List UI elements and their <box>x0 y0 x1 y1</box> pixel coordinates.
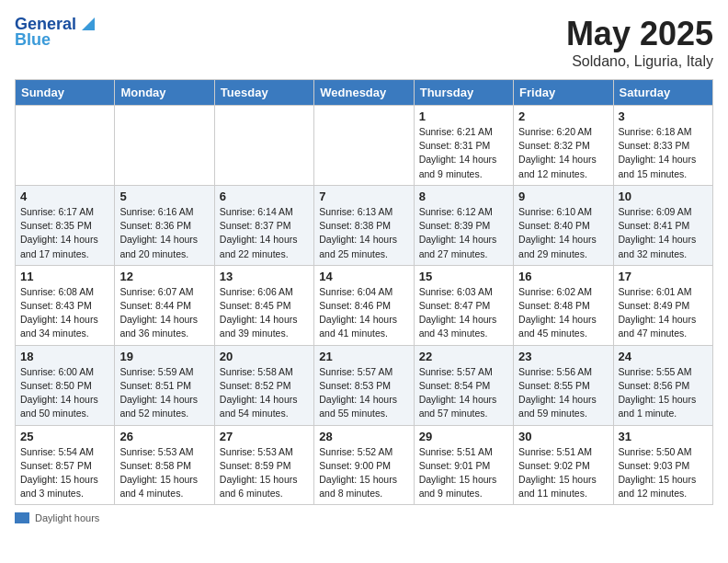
day-info: Sunrise: 5:50 AM Sunset: 9:03 PM Dayligh… <box>619 445 708 501</box>
calendar-cell: 11Sunrise: 6:08 AM Sunset: 8:43 PM Dayli… <box>16 265 115 345</box>
day-number: 22 <box>419 350 508 363</box>
day-info: Sunrise: 5:53 AM Sunset: 8:58 PM Dayligh… <box>119 445 209 501</box>
daylight-legend-label: Daylight hours <box>35 512 99 523</box>
calendar-cell: 16Sunrise: 6:02 AM Sunset: 8:48 PM Dayli… <box>514 265 613 345</box>
calendar-cell: 20Sunrise: 5:58 AM Sunset: 8:52 PM Dayli… <box>214 345 313 425</box>
day-number: 25 <box>20 430 109 443</box>
day-number: 14 <box>319 270 408 283</box>
calendar-cell: 1Sunrise: 6:21 AM Sunset: 8:31 PM Daylig… <box>414 106 513 186</box>
calendar-cell <box>16 106 115 186</box>
day-number: 27 <box>220 430 309 443</box>
day-info: Sunrise: 6:18 AM Sunset: 8:33 PM Dayligh… <box>619 125 708 181</box>
calendar-cell: 21Sunrise: 5:57 AM Sunset: 8:53 PM Dayli… <box>314 345 414 425</box>
calendar-cell: 25Sunrise: 5:54 AM Sunset: 8:57 PM Dayli… <box>16 425 115 505</box>
day-info: Sunrise: 6:06 AM Sunset: 8:45 PM Dayligh… <box>220 285 309 341</box>
day-info: Sunrise: 6:10 AM Sunset: 8:40 PM Dayligh… <box>518 205 608 261</box>
day-info: Sunrise: 6:04 AM Sunset: 8:46 PM Dayligh… <box>319 285 408 341</box>
day-info: Sunrise: 6:17 AM Sunset: 8:35 PM Dayligh… <box>20 205 109 261</box>
calendar-cell: 23Sunrise: 5:56 AM Sunset: 8:55 PM Dayli… <box>514 345 613 425</box>
day-number: 26 <box>119 430 209 443</box>
daylight-legend-box <box>15 512 29 523</box>
day-number: 16 <box>518 270 608 283</box>
calendar-cell: 2Sunrise: 6:20 AM Sunset: 8:32 PM Daylig… <box>514 106 613 186</box>
day-info: Sunrise: 5:53 AM Sunset: 8:59 PM Dayligh… <box>220 445 309 501</box>
day-number: 6 <box>220 190 309 203</box>
svg-marker-0 <box>82 17 95 30</box>
day-info: Sunrise: 6:20 AM Sunset: 8:32 PM Dayligh… <box>518 125 608 181</box>
title-block: May 2025 Soldano, Liguria, Italy <box>566 15 713 70</box>
day-number: 5 <box>119 190 209 203</box>
day-number: 15 <box>419 270 508 283</box>
day-info: Sunrise: 6:02 AM Sunset: 8:48 PM Dayligh… <box>518 285 608 341</box>
calendar-cell: 30Sunrise: 5:51 AM Sunset: 9:02 PM Dayli… <box>514 425 613 505</box>
day-number: 17 <box>619 270 708 283</box>
day-number: 10 <box>619 190 708 203</box>
calendar-cell: 26Sunrise: 5:53 AM Sunset: 8:58 PM Dayli… <box>115 425 214 505</box>
day-number: 21 <box>319 350 408 363</box>
calendar-cell <box>314 106 414 186</box>
calendar-cell: 4Sunrise: 6:17 AM Sunset: 8:35 PM Daylig… <box>16 185 115 265</box>
calendar-day-header: Tuesday <box>214 80 313 106</box>
day-info: Sunrise: 5:57 AM Sunset: 8:53 PM Dayligh… <box>319 365 408 421</box>
day-info: Sunrise: 5:56 AM Sunset: 8:55 PM Dayligh… <box>518 365 608 421</box>
calendar-location: Soldano, Liguria, Italy <box>566 53 713 70</box>
calendar-cell: 3Sunrise: 6:18 AM Sunset: 8:33 PM Daylig… <box>613 106 712 186</box>
calendar-cell: 17Sunrise: 6:01 AM Sunset: 8:49 PM Dayli… <box>613 265 712 345</box>
calendar-footer: Daylight hours <box>15 512 713 523</box>
calendar-week-row: 25Sunrise: 5:54 AM Sunset: 8:57 PM Dayli… <box>16 425 713 505</box>
calendar-cell: 24Sunrise: 5:55 AM Sunset: 8:56 PM Dayli… <box>613 345 712 425</box>
day-info: Sunrise: 5:52 AM Sunset: 9:00 PM Dayligh… <box>319 445 408 501</box>
day-info: Sunrise: 6:09 AM Sunset: 8:41 PM Dayligh… <box>619 205 708 261</box>
day-number: 7 <box>319 190 408 203</box>
calendar-cell: 7Sunrise: 6:13 AM Sunset: 8:38 PM Daylig… <box>314 185 414 265</box>
day-info: Sunrise: 5:51 AM Sunset: 9:02 PM Dayligh… <box>518 445 608 501</box>
day-info: Sunrise: 5:58 AM Sunset: 8:52 PM Dayligh… <box>220 365 309 421</box>
day-number: 12 <box>119 270 209 283</box>
calendar-cell: 15Sunrise: 6:03 AM Sunset: 8:47 PM Dayli… <box>414 265 513 345</box>
calendar-week-row: 18Sunrise: 6:00 AM Sunset: 8:50 PM Dayli… <box>16 345 713 425</box>
calendar-week-row: 11Sunrise: 6:08 AM Sunset: 8:43 PM Dayli… <box>16 265 713 345</box>
day-info: Sunrise: 5:57 AM Sunset: 8:54 PM Dayligh… <box>419 365 508 421</box>
day-number: 13 <box>220 270 309 283</box>
day-info: Sunrise: 6:01 AM Sunset: 8:49 PM Dayligh… <box>619 285 708 341</box>
day-info: Sunrise: 6:07 AM Sunset: 8:44 PM Dayligh… <box>119 285 209 341</box>
calendar-day-header: Sunday <box>16 80 115 106</box>
day-info: Sunrise: 6:21 AM Sunset: 8:31 PM Dayligh… <box>419 125 508 181</box>
day-number: 2 <box>518 109 608 123</box>
calendar-cell <box>214 106 313 186</box>
logo-blue: Blue <box>15 30 51 50</box>
calendar-header-row: SundayMondayTuesdayWednesdayThursdayFrid… <box>16 80 713 106</box>
day-number: 3 <box>619 109 708 123</box>
day-number: 11 <box>20 270 109 283</box>
day-info: Sunrise: 6:08 AM Sunset: 8:43 PM Dayligh… <box>20 285 109 341</box>
day-number: 9 <box>518 190 608 203</box>
calendar-cell: 10Sunrise: 6:09 AM Sunset: 8:41 PM Dayli… <box>613 185 712 265</box>
calendar-cell: 9Sunrise: 6:10 AM Sunset: 8:40 PM Daylig… <box>514 185 613 265</box>
calendar-cell: 18Sunrise: 6:00 AM Sunset: 8:50 PM Dayli… <box>16 345 115 425</box>
page-header: General Blue May 2025 Soldano, Liguria, … <box>15 15 713 70</box>
day-number: 30 <box>518 430 608 443</box>
day-info: Sunrise: 5:51 AM Sunset: 9:01 PM Dayligh… <box>419 445 508 501</box>
day-number: 19 <box>119 350 209 363</box>
calendar-title: May 2025 <box>566 15 713 53</box>
calendar-table: SundayMondayTuesdayWednesdayThursdayFrid… <box>15 79 713 505</box>
day-number: 1 <box>419 109 508 123</box>
day-number: 20 <box>220 350 309 363</box>
day-number: 4 <box>20 190 109 203</box>
calendar-cell: 8Sunrise: 6:12 AM Sunset: 8:39 PM Daylig… <box>414 185 513 265</box>
calendar-cell: 14Sunrise: 6:04 AM Sunset: 8:46 PM Dayli… <box>314 265 414 345</box>
day-info: Sunrise: 5:54 AM Sunset: 8:57 PM Dayligh… <box>20 445 109 501</box>
calendar-day-header: Thursday <box>414 80 513 106</box>
calendar-week-row: 4Sunrise: 6:17 AM Sunset: 8:35 PM Daylig… <box>16 185 713 265</box>
calendar-cell <box>115 106 214 186</box>
calendar-week-row: 1Sunrise: 6:21 AM Sunset: 8:31 PM Daylig… <box>16 106 713 186</box>
logo: General Blue <box>15 15 98 50</box>
calendar-day-header: Friday <box>514 80 613 106</box>
calendar-cell: 13Sunrise: 6:06 AM Sunset: 8:45 PM Dayli… <box>214 265 313 345</box>
calendar-cell: 6Sunrise: 6:14 AM Sunset: 8:37 PM Daylig… <box>214 185 313 265</box>
logo-triangle-icon <box>78 14 98 34</box>
calendar-day-header: Saturday <box>613 80 712 106</box>
day-number: 31 <box>619 430 708 443</box>
day-info: Sunrise: 5:55 AM Sunset: 8:56 PM Dayligh… <box>619 365 708 421</box>
calendar-cell: 22Sunrise: 5:57 AM Sunset: 8:54 PM Dayli… <box>414 345 513 425</box>
